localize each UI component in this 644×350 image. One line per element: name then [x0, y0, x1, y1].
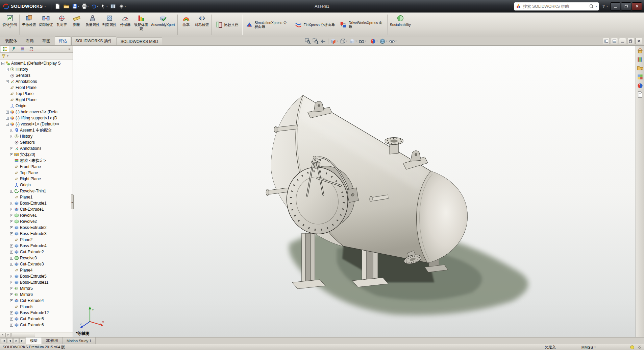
scroll-right-arrow[interactable] [5, 333, 11, 337]
tree-expand-toggle[interactable]: + [10, 190, 13, 193]
resources-home-button[interactable] [637, 47, 643, 54]
tree-item[interactable]: Origin [0, 182, 73, 188]
tree-expand-toggle[interactable]: + [10, 281, 13, 284]
assembly-visual-button[interactable]: 装配体直观 [133, 13, 150, 36]
hide-show-button[interactable]: ▾ [358, 38, 367, 45]
logo-menu-chevron-icon[interactable]: ▾ [45, 5, 46, 8]
zoom-fit-button[interactable] [304, 38, 312, 45]
tree-item[interactable]: +Cut-Extrude3 [0, 261, 73, 267]
sustainability-button[interactable]: Sustainability [389, 13, 412, 36]
orientation-cube-button[interactable]: ▾ [339, 38, 348, 45]
filter-input[interactable] [9, 54, 71, 59]
tree-item[interactable]: 材质 <未指定> [0, 158, 73, 164]
tree-item[interactable]: −Assem1 (Default<Display S [0, 60, 73, 66]
units-selector[interactable]: MMGS ▾ [581, 345, 596, 349]
propmgr-tab[interactable] [9, 46, 18, 52]
design-study-button[interactable]: 设计算例▾ [1, 13, 18, 36]
new-doc-button[interactable] [54, 2, 62, 11]
win-close-button[interactable] [632, 2, 642, 10]
featmgr-tab[interactable] [1, 46, 9, 52]
symmetry-check-button[interactable]: 对称检查 [194, 13, 210, 36]
tree-expand-toggle[interactable]: + [10, 220, 13, 223]
tree-expand-toggle[interactable]: + [10, 147, 13, 150]
tree-expand-toggle[interactable]: + [10, 153, 13, 156]
tree-item[interactable]: +Boss-Extrude2 [0, 225, 73, 231]
tree-expand-toggle[interactable]: + [10, 226, 13, 229]
command-tab[interactable]: SOLIDWORKS 插件 [71, 37, 116, 45]
tree-item[interactable]: Plane2 [0, 237, 73, 243]
tree-expand-toggle[interactable]: + [10, 324, 13, 327]
tree-item[interactable]: +Assem1 中的配合 [0, 127, 73, 133]
tree-item[interactable]: Front Plane [0, 164, 73, 170]
tree-item[interactable]: +(-) hole cover<1> (Defa [0, 109, 73, 115]
tree-item[interactable]: Sensors [0, 72, 73, 78]
tree-item[interactable]: +实体(20) [0, 151, 73, 158]
tree-item[interactable]: +AAnnotations [0, 145, 73, 151]
tree-item[interactable]: +Cut-Extrude1 [0, 206, 73, 212]
bottom-tab[interactable]: Motion Study 1 [63, 337, 96, 344]
manager-tabs-overflow[interactable]: » [67, 46, 72, 52]
tree-item[interactable]: Plane1 [0, 194, 73, 200]
section-view-button[interactable]: ▾ [329, 38, 339, 45]
help-button[interactable]: ? ▾ [600, 2, 609, 11]
tree-item[interactable]: +(-) lifting support<1> (D [0, 115, 73, 121]
tree-expand-toggle[interactable]: + [10, 244, 13, 248]
driveworksxpress-button[interactable]: DriveWorksXpress 向导 [337, 13, 386, 36]
custom-props-button[interactable] [637, 91, 643, 98]
appearance-ball-button[interactable]: ▾ [369, 38, 378, 45]
interference-check-button[interactable]: 干涉检查 [21, 13, 38, 36]
design-library-button[interactable] [637, 56, 643, 63]
win-restore-button[interactable] [621, 2, 631, 10]
tree-item[interactable]: Right Plane [0, 97, 73, 103]
tree-expand-toggle[interactable]: + [10, 263, 13, 266]
tree-item[interactable]: +Boss-Extrude12 [0, 310, 73, 316]
tree-item[interactable]: +Boss-Extrude4 [0, 243, 73, 249]
model-scene[interactable]: Y X Z [73, 46, 636, 337]
app-logo[interactable]: SOLIDWORKS ▾ [2, 3, 48, 10]
tree-item[interactable]: +Mirror5 [0, 285, 73, 291]
scroll-left-arrow[interactable] [0, 333, 5, 337]
view-palette-button[interactable] [637, 74, 643, 80]
dimxpert-tab[interactable] [27, 46, 35, 52]
measure-button[interactable]: 测量 [69, 13, 84, 36]
tree-expand-toggle[interactable]: + [6, 80, 9, 83]
filter-funnel-icon[interactable] [1, 54, 6, 58]
panel-splitter-handle[interactable]: ◂▸ [71, 194, 74, 209]
tree-expand-toggle[interactable]: + [10, 129, 13, 132]
doc-close-button[interactable] [635, 38, 642, 44]
tree-expand-toggle[interactable]: + [10, 287, 13, 290]
command-tab[interactable]: 布局 [22, 37, 38, 45]
nav-last-button[interactable] [19, 338, 25, 343]
tree-expand-toggle[interactable]: + [10, 257, 13, 260]
scene-sphere-button[interactable]: ▾ [379, 38, 388, 45]
tree-expand-toggle[interactable]: + [10, 318, 13, 321]
tree-item[interactable]: +Revolve2 [0, 218, 73, 225]
tree-item[interactable]: +Revolve-Thin1 [0, 188, 73, 194]
tree-item[interactable]: +Cut-Extrude5 [0, 316, 73, 322]
section-props-button[interactable]: 剖面属性 [101, 13, 118, 36]
column-layout-button[interactable] [109, 2, 117, 11]
tree-item[interactable]: +Mirror6 [0, 291, 73, 298]
tree-expand-toggle[interactable]: + [10, 311, 13, 314]
tree-item[interactable]: +Revolve1 [0, 212, 73, 218]
tree-item[interactable]: +AAnnotations [0, 78, 73, 85]
cfgmgr-tab[interactable] [18, 46, 27, 52]
save-button[interactable]: ▾ [71, 2, 80, 11]
tree-expand-toggle[interactable]: + [10, 275, 13, 278]
tree-item[interactable]: +Boss-Extrude3 [0, 231, 73, 237]
doc-minimize-button[interactable] [619, 38, 626, 44]
status-sphere-icon[interactable] [630, 345, 635, 350]
floxpress-button[interactable]: FloXpress 分析向导 [292, 13, 337, 36]
tree-item[interactable]: Plane4 [0, 267, 73, 273]
tree-item[interactable]: +History [0, 66, 73, 72]
search-box[interactable]: ▾ [514, 2, 599, 10]
search-input[interactable] [522, 4, 588, 9]
tree-item[interactable]: Origin [0, 103, 73, 109]
tree-item[interactable]: +Boss-Extrude5 [0, 273, 73, 279]
options-gear-button[interactable]: ▾ [118, 2, 127, 11]
tree-expand-toggle[interactable]: − [1, 62, 4, 65]
open-folder-button[interactable] [63, 2, 71, 11]
tree-item[interactable]: +Boss-Extrude1 [0, 200, 73, 206]
tree-expand-toggle[interactable]: + [10, 232, 13, 235]
win-minimize-button[interactable] [610, 2, 620, 10]
